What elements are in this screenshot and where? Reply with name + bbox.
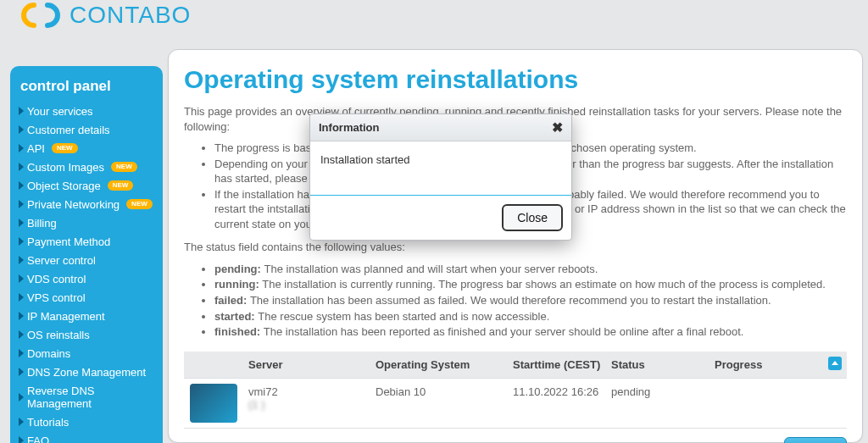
collapse-icon[interactable] <box>828 357 842 370</box>
sidebar-title: control panel <box>15 75 158 102</box>
sidebar-item-label: Your services <box>27 105 93 118</box>
chevron-right-icon <box>19 219 24 227</box>
status-def-item: pending: The installation was planned an… <box>214 262 847 277</box>
sidebar-item-vps-control[interactable]: VPS control <box>15 288 158 307</box>
sidebar: control panel Your servicesCustomer deta… <box>10 66 163 443</box>
sidebar-item-label: Private Networking <box>27 198 120 211</box>
sidebar-item-label: FAQ <box>27 435 49 444</box>
sidebar-item-label: OS reinstalls <box>27 329 90 341</box>
chevron-right-icon <box>19 368 24 376</box>
sidebar-item-label: Domains <box>27 347 70 360</box>
status-def-item: finished: The installation has been repo… <box>214 324 847 340</box>
cell-start: 11.10.2022 16:26 <box>508 379 606 428</box>
sidebar-item-label: IP Management <box>27 310 105 323</box>
reinstall-table: Server Operating System Starttime (CEST)… <box>184 352 847 429</box>
sidebar-item-label: Tutorials <box>27 416 69 429</box>
th-os: Operating System <box>370 352 508 378</box>
info-modal: Information ✖ Installation started Close <box>309 114 572 241</box>
sidebar-item-object-storage[interactable]: Object StorageNEW <box>15 176 158 195</box>
sidebar-item-label: API <box>27 142 45 155</box>
sidebar-item-os-reinstalls[interactable]: OS reinstalls <box>15 325 158 344</box>
main-panel: Operating system reinstallations This pa… <box>168 49 863 443</box>
chevron-right-icon <box>19 125 24 134</box>
server-sub: (1 ) <box>248 398 365 411</box>
modal-header: Information ✖ <box>310 114 571 141</box>
sidebar-item-label: VPS control <box>27 291 86 304</box>
sidebar-item-server-control[interactable]: Server control <box>15 251 158 269</box>
chevron-right-icon <box>19 144 24 152</box>
sidebar-item-reverse-dns-management[interactable]: Reverse DNS Management <box>15 381 158 413</box>
brand-logo: CONTABO <box>17 2 64 31</box>
new-badge: NEW <box>126 199 153 209</box>
sidebar-item-api[interactable]: APINEW <box>15 139 158 158</box>
sidebar-item-label: Custom Images <box>27 161 104 174</box>
cell-status: pending <box>606 379 709 428</box>
th-progress: Progress <box>709 352 825 378</box>
sidebar-item-label: Billing <box>27 217 57 230</box>
logo-icon <box>17 2 64 29</box>
close-icon[interactable]: ✖ <box>552 119 563 136</box>
chevron-right-icon <box>19 436 24 443</box>
chevron-right-icon <box>19 330 24 339</box>
sidebar-item-label: Reverse DNS Management <box>27 385 154 410</box>
chevron-right-icon <box>19 200 24 208</box>
sidebar-item-payment-method[interactable]: Payment Method <box>15 232 158 251</box>
chevron-right-icon <box>19 256 24 264</box>
chevron-right-icon <box>19 349 24 357</box>
new-badge: NEW <box>108 180 134 191</box>
chevron-right-icon <box>19 393 24 401</box>
status-intro: The status field contains the following … <box>184 240 847 255</box>
modal-title: Information <box>319 121 380 134</box>
sidebar-item-custom-images[interactable]: Custom ImagesNEW <box>15 158 158 176</box>
sidebar-item-private-networking[interactable]: Private NetworkingNEW <box>15 195 158 213</box>
sidebar-item-customer-details[interactable]: Customer details <box>15 120 158 139</box>
page-title: Operating system reinstallations <box>184 65 847 94</box>
chevron-right-icon <box>19 107 24 115</box>
th-status: Status <box>606 352 709 378</box>
sidebar-item-label: Customer details <box>27 124 110 136</box>
table-header-row: Server Operating System Starttime (CEST)… <box>184 352 847 379</box>
chevron-right-icon <box>19 293 24 302</box>
sidebar-item-your-services[interactable]: Your services <box>15 102 158 120</box>
sidebar-item-label: DNS Zone Management <box>27 366 146 379</box>
close-button[interactable]: Close <box>502 204 563 231</box>
status-def-item: running: The installation is currently r… <box>214 277 847 292</box>
sidebar-item-label: Server control <box>27 254 96 267</box>
new-badge: NEW <box>52 143 78 153</box>
chevron-right-icon <box>19 237 24 246</box>
status-defs-list: pending: The installation was planned an… <box>184 262 847 340</box>
sidebar-item-ip-management[interactable]: IP Management <box>15 307 158 325</box>
sidebar-item-vds-control[interactable]: VDS control <box>15 269 158 288</box>
chevron-right-icon <box>19 274 24 283</box>
sidebar-item-label: VDS control <box>27 273 86 285</box>
cell-server: vmi72 (1 ) <box>243 379 370 428</box>
sidebar-item-dns-zone-management[interactable]: DNS Zone Management <box>15 363 158 381</box>
sidebar-item-tutorials[interactable]: Tutorials <box>15 413 158 431</box>
new-badge: NEW <box>111 162 137 172</box>
th-start: Starttime (CEST) <box>508 352 606 378</box>
cell-os: Debian 10 <box>370 379 508 428</box>
chevron-right-icon <box>19 418 24 426</box>
brand-name: CONTABO <box>70 2 191 29</box>
sidebar-item-label: Object Storage <box>27 180 101 192</box>
cell-progress <box>709 379 825 428</box>
status-def-item: started: The rescue system has been star… <box>214 309 847 324</box>
chevron-right-icon <box>19 312 24 320</box>
modal-body: Installation started <box>310 141 571 196</box>
server-name: vmi72 <box>248 385 365 398</box>
chevron-right-icon <box>19 181 24 190</box>
server-image-icon <box>190 384 237 423</box>
status-def-item: failed: The installation has been assume… <box>214 293 847 308</box>
th-server: Server <box>243 352 370 378</box>
sidebar-item-billing[interactable]: Billing <box>15 213 158 232</box>
sidebar-item-faq[interactable]: FAQ <box>15 431 158 443</box>
sidebar-item-domains[interactable]: Domains <box>15 344 158 363</box>
sidebar-item-label: Payment Method <box>27 235 110 248</box>
refresh-button[interactable]: refresh <box>784 437 847 443</box>
table-row: vmi72 (1 ) Debian 10 11.10.2022 16:26 pe… <box>184 379 847 429</box>
chevron-right-icon <box>19 163 24 171</box>
